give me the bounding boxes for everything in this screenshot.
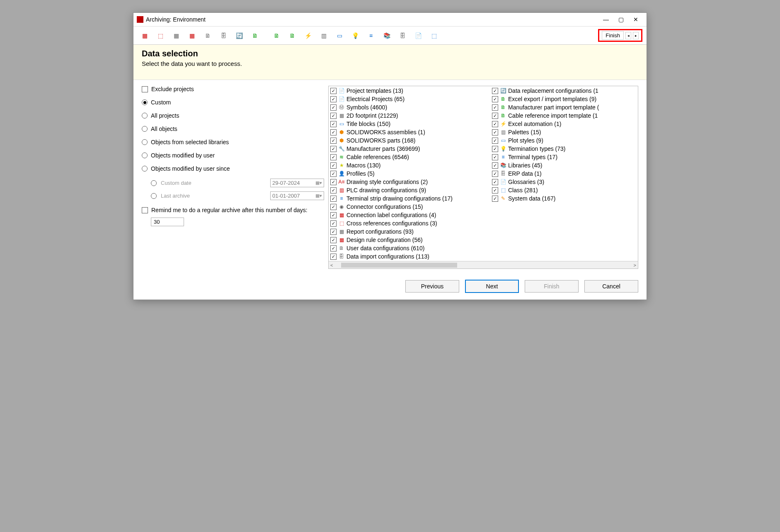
tree-item-checkbox[interactable] <box>330 187 337 193</box>
tree-item-checkbox[interactable] <box>492 179 498 185</box>
tree-item-checkbox[interactable] <box>492 171 498 177</box>
toolbar-icon-15[interactable]: ≡ <box>366 31 375 40</box>
cancel-button[interactable]: Cancel <box>584 280 638 293</box>
scroll-right-button[interactable]: ▸ <box>633 32 639 39</box>
tree-item[interactable]: ▥Palettes (15) <box>490 128 638 136</box>
tree-item-checkbox[interactable] <box>330 245 337 251</box>
radio-all-projects-row[interactable]: All projects <box>142 112 324 119</box>
tree-item-checkbox[interactable] <box>330 204 337 210</box>
toolbar-icon-14[interactable]: 💡 <box>351 31 360 40</box>
tree-item[interactable]: 🗎Cable reference import template (1 <box>490 112 638 119</box>
tree-item[interactable]: 💡Termination types (73) <box>490 145 638 152</box>
tree-item[interactable]: A≡Drawing style configurations (2) <box>329 178 490 186</box>
toolbar-icon-2[interactable]: ⬚ <box>156 31 165 40</box>
toolbar-icon-7[interactable]: 🔄 <box>235 31 244 40</box>
tree-item[interactable]: ▦2D footprint (21229) <box>329 112 490 119</box>
scrollbar-thumb[interactable] <box>341 263 457 268</box>
tree-item-checkbox[interactable] <box>330 162 337 169</box>
toolbar-icon-16[interactable]: 📚 <box>382 31 391 40</box>
tree-item[interactable]: ▭Title blocks (150) <box>329 120 490 128</box>
tree-item-checkbox[interactable] <box>492 162 498 169</box>
tree-item-checkbox[interactable] <box>492 96 498 102</box>
scroll-right-arrow[interactable]: > <box>634 263 636 268</box>
toolbar-icon-6[interactable]: 🗄 <box>219 31 228 40</box>
toolbar-icon-8[interactable]: 🗎 <box>250 31 259 40</box>
close-button[interactable]: ✕ <box>628 15 643 24</box>
toolbar-icon-10[interactable]: 🗎 <box>288 31 297 40</box>
radio-by-user-row[interactable]: Objects modified by user <box>142 152 324 159</box>
radio-by-user-since-row[interactable]: Objects modified by user since <box>142 165 324 172</box>
toolbar-icon-5[interactable]: 🗎 <box>203 31 212 40</box>
previous-button[interactable]: Previous <box>405 280 459 293</box>
next-button[interactable]: Next <box>465 280 519 293</box>
tree-item-checkbox[interactable] <box>330 179 337 185</box>
tree-item[interactable]: ⬚Class (281) <box>490 186 638 194</box>
toolbar-icon-13[interactable]: ▭ <box>335 31 344 40</box>
tree-item[interactable]: 🗎User data configurations (610) <box>329 244 490 252</box>
radio-all-objects[interactable] <box>142 126 148 132</box>
toolbar-icon-9[interactable]: 🗎 <box>272 31 281 40</box>
tree-item-checkbox[interactable] <box>330 138 337 144</box>
tree-item-checkbox[interactable] <box>330 104 337 111</box>
tree-item[interactable]: ⬢SOLIDWORKS parts (168) <box>329 137 490 144</box>
toolbar-icon-19[interactable]: ⬚ <box>429 31 438 40</box>
tree-item-checkbox[interactable] <box>330 154 337 160</box>
exclude-projects-row[interactable]: Exclude projects <box>142 86 324 92</box>
tree-item-checkbox[interactable] <box>492 113 498 119</box>
tree-item-checkbox[interactable] <box>492 129 498 135</box>
tree-item[interactable]: 🗎Manufacturer part import template ( <box>490 104 638 111</box>
tree-item-checkbox[interactable] <box>330 129 337 135</box>
tree-item[interactable]: ⬚Cross references configurations (3) <box>329 220 490 227</box>
exclude-projects-checkbox[interactable] <box>142 86 148 92</box>
tree-item-checkbox[interactable] <box>330 96 337 102</box>
tree-item-checkbox[interactable] <box>492 196 498 202</box>
tree-item-checkbox[interactable] <box>330 196 337 202</box>
tree-item[interactable]: 📄Electrical Projects (65) <box>329 95 490 103</box>
finish-toolbar-button[interactable]: Finish <box>602 31 624 40</box>
tree-item-checkbox[interactable] <box>492 187 498 193</box>
radio-all-projects[interactable] <box>142 113 148 118</box>
toolbar-icon-1[interactable]: ▦ <box>140 31 149 40</box>
tree-item-checkbox[interactable] <box>492 154 498 160</box>
tree-item[interactable]: ≡Terminal strip drawing configurations (… <box>329 195 490 202</box>
tree-item-checkbox[interactable] <box>330 121 337 127</box>
tree-item-checkbox[interactable] <box>492 104 498 111</box>
tree-item[interactable]: ≋Cable references (6546) <box>329 153 490 161</box>
tree-item[interactable]: ▦Connection label configurations (4) <box>329 211 490 219</box>
minimize-button[interactable]: — <box>598 15 613 24</box>
tree-item[interactable]: ✎System data (167) <box>490 195 638 202</box>
tree-item[interactable]: ◉Connector configurations (15) <box>329 203 490 210</box>
toolbar-icon-11[interactable]: ⚡ <box>303 31 312 40</box>
tree-item[interactable]: ≡Terminal types (17) <box>490 153 638 161</box>
tree-item-checkbox[interactable] <box>492 138 498 144</box>
tree-item[interactable]: 📚Libraries (45) <box>490 162 638 169</box>
tree-item-checkbox[interactable] <box>330 212 337 218</box>
radio-custom-row[interactable]: Custom <box>142 99 324 106</box>
tree-item-checkbox[interactable] <box>492 121 498 127</box>
tree-item[interactable]: 📄Glossaries (3) <box>490 178 638 186</box>
remind-row[interactable]: Remind me to do a regular archive after … <box>142 207 324 213</box>
tree-item[interactable]: ★Macros (130) <box>329 162 490 169</box>
tree-item[interactable]: 🗎Excel export / import templates (9) <box>490 95 638 103</box>
tree-item[interactable]: ▦Report configurations (93) <box>329 228 490 235</box>
toolbar-icon-3[interactable]: ▦ <box>172 31 181 40</box>
tree-item[interactable]: 🗄ERP data (1) <box>490 170 638 177</box>
tree-item-checkbox[interactable] <box>330 171 337 177</box>
tree-item-checkbox[interactable] <box>330 220 337 227</box>
tree-item-checkbox[interactable] <box>330 229 337 235</box>
tree-item[interactable]: 👤Profiles (5) <box>329 170 490 177</box>
radio-by-user[interactable] <box>142 152 148 158</box>
maximize-button[interactable]: ▢ <box>613 15 628 24</box>
tree-item[interactable]: ⬢SOLIDWORKS assemblies (1) <box>329 128 490 136</box>
scroll-left-arrow[interactable]: < <box>330 263 333 268</box>
tree-item-checkbox[interactable] <box>330 113 337 119</box>
toolbar-icon-4[interactable]: ▦ <box>187 31 196 40</box>
tree-item-checkbox[interactable] <box>492 146 498 152</box>
tree-item[interactable]: 🔄Data replacement configurations (1 <box>490 87 638 94</box>
tree-item-checkbox[interactable] <box>492 88 498 94</box>
remind-days-input[interactable]: 30 <box>151 218 184 226</box>
radio-from-libraries[interactable] <box>142 139 148 145</box>
tree-item-checkbox[interactable] <box>330 254 337 260</box>
toolbar-icon-12[interactable]: ▥ <box>319 31 328 40</box>
radio-all-objects-row[interactable]: All objects <box>142 126 324 132</box>
